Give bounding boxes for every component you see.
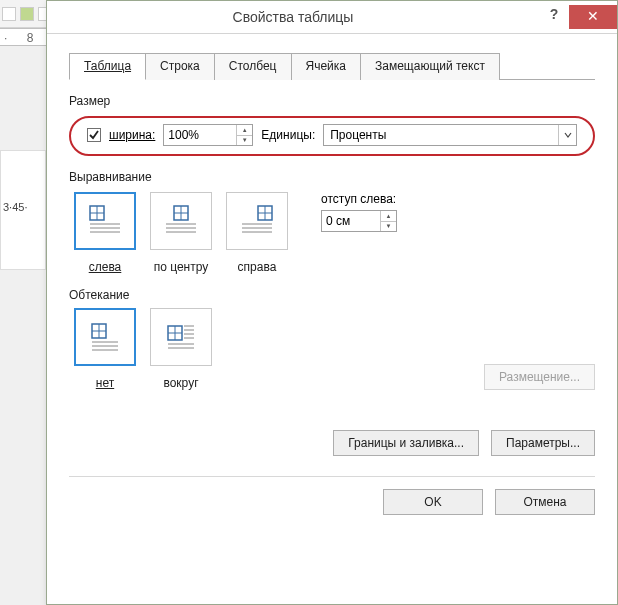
size-group-label: Размер: [69, 94, 595, 108]
size-row-highlighted: ширина: ▲▼ Единицы: Проценты: [69, 116, 595, 156]
tab-strip: Таблица Строка Столбец Ячейка Замещающий…: [69, 52, 595, 80]
spin-down-icon[interactable]: ▼: [381, 222, 396, 232]
tab-table[interactable]: Таблица: [69, 53, 146, 80]
wrap-around-option[interactable]: вокруг: [145, 308, 217, 390]
units-value: Проценты: [324, 125, 558, 145]
align-right-label: справа: [221, 260, 293, 274]
chevron-down-icon[interactable]: [558, 125, 576, 145]
units-combobox[interactable]: Проценты: [323, 124, 577, 146]
units-label: Единицы:: [261, 128, 315, 142]
alignment-group-label: Выравнивание: [69, 170, 595, 184]
spin-down-icon[interactable]: ▼: [237, 136, 252, 146]
help-button[interactable]: ?: [539, 6, 569, 28]
indent-label: отступ слева:: [321, 192, 397, 206]
close-button[interactable]: ✕: [569, 5, 617, 29]
width-checkbox[interactable]: [87, 128, 101, 142]
dialog-title: Свойства таблицы: [47, 9, 539, 25]
tab-alt-text[interactable]: Замещающий текст: [360, 53, 500, 80]
wrap-none-option[interactable]: нет: [69, 308, 141, 390]
width-input[interactable]: [164, 125, 236, 145]
options-button[interactable]: Параметры...: [491, 430, 595, 456]
align-center-option[interactable]: по центру: [145, 192, 217, 274]
table-properties-dialog: Свойства таблицы ? ✕ Таблица Строка Стол…: [46, 0, 618, 605]
width-label: ширина:: [109, 128, 155, 142]
ok-button[interactable]: OK: [383, 489, 483, 515]
spin-up-icon[interactable]: ▲: [237, 125, 252, 136]
document-fragment: 3·45·: [0, 150, 46, 270]
cancel-button[interactable]: Отмена: [495, 489, 595, 515]
indent-input[interactable]: [322, 211, 380, 231]
tab-cell[interactable]: Ячейка: [291, 53, 361, 80]
placement-button: Размещение...: [484, 364, 595, 390]
wrap-none-label: нет: [69, 376, 141, 390]
indent-spinner[interactable]: ▲▼: [321, 210, 397, 232]
tab-column[interactable]: Столбец: [214, 53, 292, 80]
align-left-option[interactable]: слева: [69, 192, 141, 274]
width-spinner[interactable]: ▲▼: [163, 124, 253, 146]
titlebar: Свойства таблицы ? ✕: [47, 1, 617, 34]
align-center-label: по центру: [145, 260, 217, 274]
tab-row[interactable]: Строка: [145, 53, 215, 80]
borders-shading-button[interactable]: Границы и заливка...: [333, 430, 479, 456]
wrap-around-label: вокруг: [145, 376, 217, 390]
align-right-option[interactable]: справа: [221, 192, 293, 274]
align-left-label: слева: [69, 260, 141, 274]
indent-group: отступ слева: ▲▼: [321, 192, 397, 232]
wrap-group-label: Обтекание: [69, 288, 595, 302]
spin-up-icon[interactable]: ▲: [381, 211, 396, 222]
